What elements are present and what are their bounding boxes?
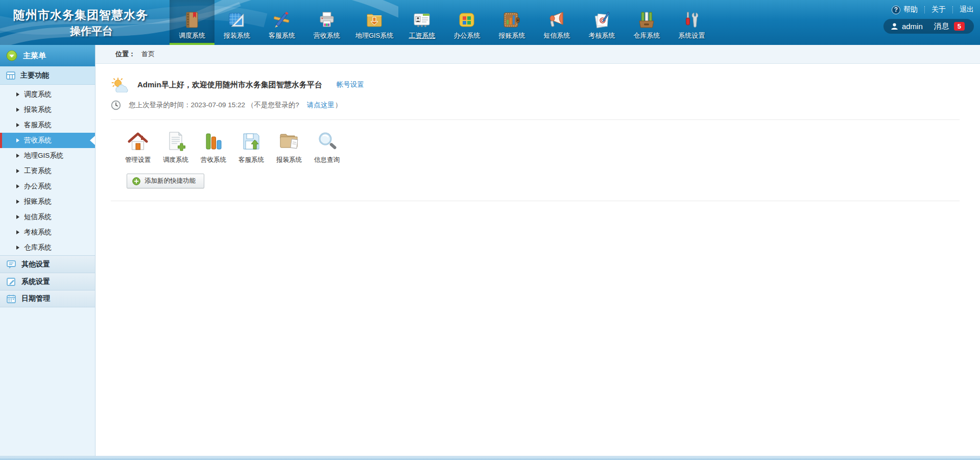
- sidebar-item-label: 营收系统: [24, 136, 52, 145]
- nav-tab-office-system[interactable]: 办公系统: [444, 0, 489, 45]
- app-window: 随州市水务集团智慧水务 操作平台 调度系统 报装系统 客服系统: [0, 0, 980, 460]
- home-content: Admin早上好，欢迎使用随州市水务集团智慧水务平台 帐号设置 您上次登录的时间…: [95, 64, 980, 201]
- sidebar-item-installation-system[interactable]: 报装系统: [0, 102, 95, 117]
- nav-tab-label: 系统设置: [678, 31, 705, 40]
- sidebar-item-label: 办公系统: [24, 182, 52, 191]
- sidebar-section-other-settings[interactable]: 其他设置: [0, 255, 95, 273]
- nav-tab-revenue-system[interactable]: 营收系统: [304, 0, 349, 45]
- shortcut-customer-service-system[interactable]: 客服系统: [232, 130, 270, 164]
- nav-tab-sms-system[interactable]: 短信系统: [534, 0, 579, 45]
- divider: [111, 119, 960, 120]
- logo-title-line1: 随州市水务集团智慧水务: [13, 7, 170, 23]
- sidebar-item-assessment-system[interactable]: 考核系统: [0, 225, 95, 240]
- separator: [952, 6, 953, 13]
- sidebar-item-reimbursement-system[interactable]: 报账系统: [0, 194, 95, 209]
- binders-icon: [637, 11, 656, 29]
- clock-icon: [111, 100, 129, 110]
- nav-tab-gis-system[interactable]: 地理GIS系统: [349, 0, 399, 45]
- pencil-square-icon: [6, 277, 16, 287]
- help-label: 帮助: [903, 5, 918, 14]
- set-square-icon: [228, 11, 246, 29]
- sidebar-menu: 调度系统 报装系统 客服系统 营收系统 地理GIS系统 工资系统 办公系统 报账…: [0, 85, 95, 255]
- shortcut-dispatch-system[interactable]: 调度系统: [157, 130, 195, 164]
- last-login-suffix: ）: [335, 101, 342, 110]
- magnifier-icon: [316, 130, 338, 153]
- help-icon: ?: [892, 6, 900, 14]
- about-link[interactable]: 关于: [931, 5, 946, 14]
- arrow-right-icon: [16, 184, 19, 188]
- arrow-right-icon: [16, 200, 19, 204]
- last-login-text: 您上次登录的时间：2023-07-09 15:22 （不是您登录的?: [129, 101, 299, 110]
- nav-tab-label: 办公系统: [453, 31, 480, 40]
- sidebar-section-system-settings[interactable]: 系统设置: [0, 273, 95, 290]
- nav-tab-assessment-system[interactable]: 考核系统: [579, 0, 624, 45]
- app-logo: 随州市水务集团智慧水务 操作平台: [0, 0, 170, 45]
- sidebar-section-date-management[interactable]: 日期管理: [0, 290, 95, 307]
- help-link[interactable]: ? 帮助: [892, 5, 918, 14]
- doc-plus-icon: [164, 130, 187, 153]
- nav-tab-label: 报装系统: [224, 31, 250, 40]
- nav-tab-label: 考核系统: [588, 31, 615, 40]
- sidebar-item-gis-system[interactable]: 地理GIS系统: [0, 148, 95, 163]
- sidebar-item-dispatch-system[interactable]: 调度系统: [0, 87, 95, 102]
- nav-tab-label: 调度系统: [179, 31, 205, 40]
- nav-tab-payroll-system[interactable]: 工资系统: [399, 0, 444, 45]
- sidebar-item-sms-system[interactable]: 短信系统: [0, 209, 95, 225]
- nav-tab-warehouse-system[interactable]: 仓库系统: [624, 0, 669, 45]
- wallet-chart-icon: [503, 11, 521, 29]
- arrow-right-icon: [16, 123, 19, 127]
- nav-tab-reimbursement-system[interactable]: 报账系统: [489, 0, 534, 45]
- messages-label[interactable]: 消息: [934, 21, 949, 31]
- main-area: 位置： 首页 Admin早上好，欢迎使用随州市水务集团智慧水务平台 帐号设置 您…: [95, 45, 980, 456]
- about-label: 关于: [931, 5, 946, 14]
- nav-tab-installation-system[interactable]: 报装系统: [214, 0, 259, 45]
- arrow-right-icon: [16, 92, 19, 96]
- header-links: ? 帮助 关于 退出: [892, 5, 974, 14]
- sidebar-section-label: 日期管理: [21, 294, 50, 303]
- shortcut-info-query[interactable]: 信息查询: [308, 130, 346, 164]
- save-up-icon: [240, 130, 262, 153]
- shortcut-revenue-system[interactable]: 营收系统: [195, 130, 232, 164]
- sidebar-item-office-system[interactable]: 办公系统: [0, 179, 95, 194]
- nav-tab-label: 客服系统: [269, 31, 295, 40]
- page-body: 主菜单 主要功能 调度系统 报装系统 客服系统 营收系统 地理GIS系统 工资系…: [0, 45, 980, 456]
- sidebar-item-customer-service-system[interactable]: 客服系统: [0, 117, 95, 133]
- arrow-right-icon: [16, 108, 19, 112]
- sidebar-item-label: 调度系统: [24, 90, 52, 99]
- logo-title-line2: 操作平台: [13, 24, 170, 38]
- nav-tab-system-settings[interactable]: 系统设置: [669, 0, 714, 45]
- user-pill[interactable]: admin 消息 5: [883, 19, 974, 34]
- messages-count-badge[interactable]: 5: [954, 22, 965, 31]
- shortcuts-row: 管理设置 调度系统 营收系统: [111, 130, 965, 164]
- tools-icon: [682, 11, 701, 29]
- sidebar-section-main-functions[interactable]: 主要功能: [0, 66, 95, 85]
- shortcut-label: 信息查询: [314, 156, 340, 164]
- account-settings-link[interactable]: 帐号设置: [337, 80, 364, 89]
- logout-link[interactable]: 退出: [960, 5, 974, 14]
- add-shortcut-button[interactable]: 添加新的快捷功能: [127, 174, 204, 188]
- sidebar-item-label: 工资系统: [24, 166, 52, 176]
- sidebar-section-label: 系统设置: [21, 277, 50, 286]
- shortcut-installation-system[interactable]: 报装系统: [270, 130, 308, 164]
- sidebar-item-label: 报账系统: [24, 197, 52, 206]
- breadcrumb-label: 位置：: [115, 50, 135, 59]
- nav-tab-customer-service-system[interactable]: 客服系统: [259, 0, 304, 45]
- sidebar-item-revenue-system[interactable]: 营收系统: [0, 133, 95, 148]
- sidebar-header[interactable]: 主菜单: [0, 45, 95, 66]
- not-your-login-link[interactable]: 请点这里: [307, 101, 334, 110]
- nav-tab-dispatch-system[interactable]: 调度系统: [170, 0, 214, 45]
- welcome-message: Admin早上好，欢迎使用随州市水务集团智慧水务平台: [137, 80, 322, 90]
- speech-bubble-icon: [6, 259, 16, 270]
- shortcut-label: 管理设置: [125, 156, 151, 164]
- sidebar-item-payroll-system[interactable]: 工资系统: [0, 163, 95, 179]
- calendar-icon: [6, 294, 16, 304]
- nav-tab-label: 地理GIS系统: [355, 31, 393, 40]
- grid-icon: [6, 70, 16, 81]
- shortcut-label: 营收系统: [201, 156, 226, 164]
- top-header: 随州市水务集团智慧水务 操作平台 调度系统 报装系统 客服系统: [0, 0, 980, 45]
- shortcut-admin-settings[interactable]: 管理设置: [119, 130, 157, 164]
- nav-tab-label: 报账系统: [498, 31, 525, 40]
- arrow-right-icon: [16, 230, 19, 234]
- sidebar-item-warehouse-system[interactable]: 仓库系统: [0, 240, 95, 255]
- weather-sun-cloud-icon: [111, 78, 130, 92]
